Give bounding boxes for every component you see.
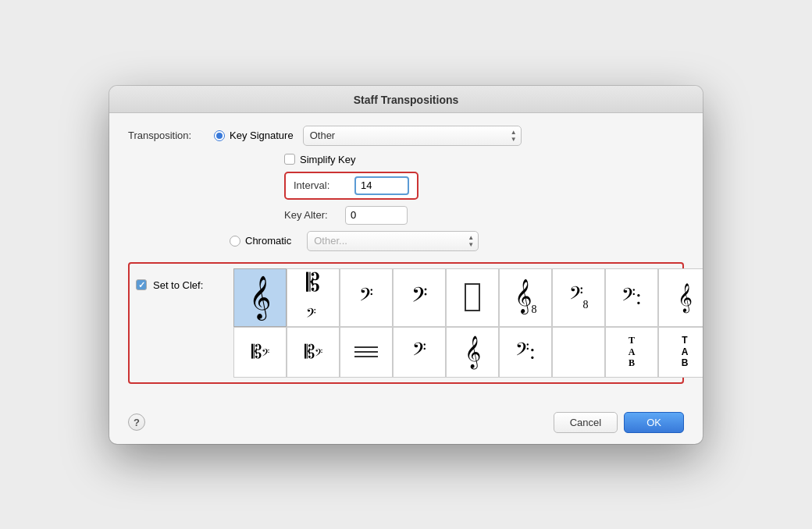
clef-section: Set to Clef: 𝄞 𝄡𝄢 𝄢: [128, 262, 684, 384]
transposition-label: Transposition:: [128, 130, 214, 141]
ok-button[interactable]: OK: [624, 412, 684, 433]
simplify-key-label: Simplify Key: [300, 154, 356, 165]
tenor2-symbol: 𝄡𝄢: [304, 342, 322, 363]
bottom-bar: ? Cancel OK: [109, 404, 703, 444]
help-button[interactable]: ?: [128, 414, 145, 431]
clef-cell-tenor2[interactable]: 𝄡𝄢: [287, 327, 340, 378]
clef-row-1: 𝄞 𝄡𝄢 𝄢 𝄢 𝄞8: [233, 268, 703, 327]
dialog-content: Transposition: Key Signature Other ▲ ▼ S…: [109, 113, 703, 404]
clef-cell-empty[interactable]: [552, 327, 605, 378]
chromatic-dropdown-value: Other...: [314, 235, 347, 247]
interval-label: Interval:: [294, 179, 348, 191]
set-to-clef-checkbox[interactable]: [136, 279, 147, 290]
clef-label-area: Set to Clef:: [136, 268, 233, 291]
clef-cell-treble-small[interactable]: 𝄞: [658, 268, 703, 327]
tab-serif-symbol: TAB: [629, 335, 636, 368]
clef-cell-bass[interactable]: 𝄢: [393, 268, 446, 327]
clef-cell-tab-serif[interactable]: TAB: [605, 327, 658, 378]
treble-med-symbol: 𝄞: [465, 336, 481, 368]
help-label: ?: [134, 417, 140, 428]
interval-border-box: Interval:: [284, 172, 418, 200]
title-text: Staff Transpositions: [354, 94, 459, 106]
clef-grid: 𝄞 𝄡𝄢 𝄢 𝄢 𝄞8: [233, 268, 703, 378]
alto-clef-symbol: 𝄡𝄢: [306, 268, 320, 326]
lines-symbol: [354, 346, 378, 357]
radio-chromatic[interactable]: [230, 236, 240, 247]
interval-box: Interval:: [284, 172, 684, 200]
bass2-symbol: 𝄢: [412, 339, 426, 365]
clef-cell-neutral[interactable]: [446, 268, 499, 327]
transposition-row: Transposition: Key Signature Other ▲ ▼: [128, 126, 684, 146]
key-alter-row: Key Alter:: [284, 206, 684, 225]
cancel-button[interactable]: Cancel: [554, 412, 618, 433]
key-signature-dropdown[interactable]: Other: [303, 126, 522, 146]
key-signature-label: Key Signature: [230, 130, 294, 141]
key-alter-input[interactable]: [345, 206, 408, 225]
set-to-clef-label: Set to Clef:: [153, 279, 203, 291]
clef-cell-bass-8[interactable]: 𝄢8: [552, 268, 605, 327]
bass-small-symbol: 𝄢:: [621, 285, 642, 311]
simplify-key-row: Simplify Key: [284, 154, 684, 165]
clef-cell-alto[interactable]: 𝄡𝄢: [287, 268, 340, 327]
treble-clef-symbol: 𝄞: [249, 279, 271, 316]
treble-8vb-symbol: 𝄞8: [515, 279, 537, 316]
key-alter-label: Key Alter:: [284, 209, 339, 221]
tab-sans-symbol: TAB: [682, 335, 689, 368]
chromatic-dropdown[interactable]: Other...: [307, 231, 479, 251]
treble-small-symbol: 𝄞: [678, 283, 693, 312]
bass-clef-symbol: 𝄢: [411, 283, 428, 312]
chromatic-row: Chromatic Other... ▲ ▼: [230, 231, 684, 251]
interval-input[interactable]: [354, 176, 409, 195]
clef-cell-treble-8vb-up[interactable]: 𝄞8: [499, 268, 552, 327]
action-buttons: Cancel OK: [554, 412, 684, 433]
bass-8-symbol: 𝄢8: [569, 283, 589, 311]
clef-row-2: 𝄡𝄢 𝄡𝄢 𝄢: [233, 327, 703, 378]
chromatic-dropdown-container: Other... ▲ ▼: [307, 231, 479, 251]
clef-cell-bass-small[interactable]: 𝄢:: [605, 268, 658, 327]
key-signature-dropdown-container: Other ▲ ▼: [303, 126, 522, 146]
neutral-clef-symbol: [465, 283, 480, 311]
dropdown-value: Other: [310, 130, 336, 141]
clef-cell-treble[interactable]: 𝄞: [233, 268, 287, 327]
clef-cell-alto2[interactable]: 𝄡𝄢: [233, 327, 287, 378]
chromatic-label: Chromatic: [245, 235, 291, 247]
clef-cell-lines[interactable]: [340, 327, 393, 378]
dialog-title: Staff Transpositions: [109, 86, 703, 113]
staff-transpositions-dialog: Staff Transpositions Transposition: Key …: [109, 86, 703, 444]
clef-cell-tenor[interactable]: 𝄢: [340, 268, 393, 327]
radio-key-signature[interactable]: [214, 130, 225, 141]
clef-cell-treble-med[interactable]: 𝄞: [446, 327, 499, 378]
clef-cell-bass2[interactable]: 𝄢: [393, 327, 446, 378]
clef-cell-bass-dot2[interactable]: 𝄢:: [499, 327, 552, 378]
alto2-symbol: 𝄡𝄢: [251, 342, 269, 363]
tenor-clef-symbol: 𝄢: [359, 285, 373, 311]
clef-cell-tab-sans[interactable]: TAB: [658, 327, 703, 378]
simplify-key-checkbox[interactable]: [284, 154, 295, 165]
bass-dot2-symbol: 𝄢:: [515, 339, 536, 365]
